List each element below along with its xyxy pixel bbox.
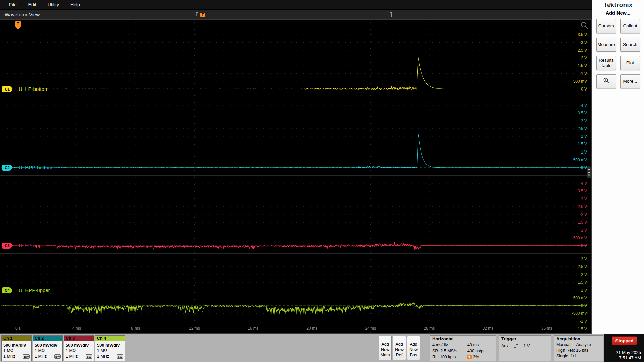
ch2-bandwidth: 1 MHz: [35, 354, 47, 359]
channel1-settings[interactable]: Ch 1 500 mV/div 1 MΩ 1 MHz Bw: [1, 335, 32, 361]
add-new-button-grid: Cursors Callout Measure Search Results T…: [596, 19, 640, 88]
menu-bar: File Edit Utility Help: [0, 0, 592, 9]
scale-label: 500 mV: [573, 296, 587, 300]
trigger-marker-mini: T: [200, 13, 205, 17]
channel2-badge[interactable]: C2: [2, 164, 12, 171]
callout-button[interactable]: Callout: [620, 19, 640, 33]
waveform-trace-ch1: [3, 57, 587, 90]
zoom-tool-button[interactable]: [596, 74, 616, 88]
channel4-label[interactable]: U_BPP-upper: [19, 287, 50, 293]
waveform-canvas[interactable]: 0 s4 ms8 ms12 ms16 ms20 ms24 ms28 ms32 m…: [0, 19, 592, 334]
channel1-label[interactable]: U_LP-bottom: [19, 86, 48, 92]
axis-labels: 0 s4 ms8 ms12 ms16 ms20 ms24 ms28 ms32 m…: [15, 32, 587, 331]
time-axis-label: 20 ms: [306, 326, 317, 331]
acquisition-mode: Manual,: [556, 342, 571, 348]
ch1-bw-badge: Bw: [23, 354, 30, 359]
scale-label: 3.5 V: [578, 189, 587, 193]
view-title: Waveform View: [5, 12, 40, 17]
ch2-vdiv: 500 mV/div: [35, 342, 61, 348]
add-new-math-button[interactable]: Add New Math: [379, 336, 392, 360]
waveforms: [3, 57, 587, 315]
magnifier-icon: [603, 77, 610, 84]
scale-label: 3 V: [581, 197, 587, 201]
time-text: 7:51:47 AM: [616, 355, 641, 361]
add-new-bus-button[interactable]: Add New Bus: [407, 336, 420, 360]
channel3-label[interactable]: U_LP-upper: [19, 243, 46, 248]
trigger-source: Aux: [501, 344, 509, 348]
scale-label: 4 V: [581, 103, 587, 108]
channel2-label[interactable]: U_BPP-bottom: [19, 165, 52, 170]
measure-button[interactable]: Measure: [596, 38, 616, 52]
trigger-level: 1 V: [524, 344, 530, 348]
run-stop-button[interactable]: Stopped: [612, 336, 637, 345]
zoom-corner-icon[interactable]: [580, 21, 590, 31]
more-button[interactable]: More...: [620, 74, 640, 88]
waveform-display[interactable]: 0 s4 ms8 ms12 ms16 ms20 ms24 ms28 ms32 m…: [0, 19, 592, 334]
scale-label: 1.5 V: [578, 280, 587, 285]
date-text: 21 May 2025: [616, 350, 641, 355]
time-axis-label: 12 ms: [189, 326, 200, 331]
trigger-panel[interactable]: Trigger Aux 1 V: [499, 335, 551, 361]
scale-label: 2.5 V: [578, 204, 587, 209]
time-axis-label: 0 s: [15, 326, 21, 331]
add-new-heading: Add New...: [592, 10, 644, 16]
add-new-ref-button[interactable]: Add New Ref: [393, 336, 406, 360]
record-view-line: [196, 13, 391, 16]
scale-label: 3 V: [581, 119, 587, 123]
datetime-display: 21 May 2025 7:51:47 AM: [616, 350, 641, 361]
channel3-header: Ch 3: [64, 336, 94, 341]
scale-label: 3.5 V: [578, 111, 587, 115]
horizontal-sr: SR: 2.5 MS/s: [432, 348, 467, 354]
scale-label: 1 V: [581, 150, 587, 155]
trigger-indicator[interactable]: T: [15, 21, 21, 29]
panel-splitter-handle[interactable]: [587, 166, 591, 178]
ch3-bw-badge: Bw: [86, 354, 92, 359]
results-table-button[interactable]: Results Table: [596, 56, 616, 70]
zoom-window[interactable]: T: [199, 12, 207, 17]
scale-label: 500 mV: [573, 236, 587, 240]
record-left-bracket: [196, 12, 198, 17]
horizontal-panel[interactable]: Horizontal 4 ms/div 40 ms SR: 2.5 MS/s 4…: [430, 335, 496, 361]
record-view-minimap[interactable]: T: [196, 12, 391, 17]
trigger-title: Trigger: [501, 336, 549, 342]
acquisition-panel[interactable]: Acquisition Manual, Analyze High Res: 16…: [554, 335, 603, 361]
menu-edit[interactable]: Edit: [22, 0, 42, 9]
channel1-header: Ch 1: [2, 336, 31, 341]
channel1-badge[interactable]: C1: [2, 86, 12, 93]
channel4-badge[interactable]: C4: [2, 287, 12, 294]
scale-label: 500 mV: [573, 158, 587, 162]
time-axis-label: 36 ms: [541, 326, 552, 331]
ch4-impedance: 1 MΩ: [97, 348, 123, 354]
scale-label: 1 V: [581, 71, 587, 76]
search-button[interactable]: Search: [620, 38, 640, 52]
ch4-bandwidth: 1 MHz: [97, 354, 109, 359]
cursors-button[interactable]: Cursors: [596, 19, 616, 33]
scale-label: -500 mV: [572, 311, 587, 316]
scale-label: 500 mV: [573, 79, 587, 84]
scale-label: -1.5 V: [576, 327, 587, 331]
channel4-header: Ch 4: [95, 336, 125, 341]
menu-utility[interactable]: Utility: [42, 0, 65, 9]
plot-button[interactable]: Plot: [620, 56, 640, 70]
scale-label: 2.5 V: [578, 48, 587, 53]
scale-label: 2 V: [581, 272, 587, 277]
channel2-header: Ch 2: [33, 336, 62, 341]
right-sidebar: Tektronix Add New... Cursors Callout Mea…: [592, 0, 644, 334]
oscilloscope-app: File Edit Utility Help Waveform View T 0…: [0, 0, 644, 362]
menu-help[interactable]: Help: [65, 0, 86, 9]
bottom-settings-bar: Ch 1 500 mV/div 1 MΩ 1 MHz Bw Ch 2 500 m…: [0, 334, 644, 362]
horizontal-rl: RL: 100 kpts: [432, 354, 467, 360]
scale-label: 1 V: [581, 288, 587, 293]
channel3-settings[interactable]: Ch 3 500 mV/div 1 MΩ 1 MHz Bw: [64, 335, 94, 361]
menu-file[interactable]: File: [3, 0, 22, 9]
horizontal-respt: 400 ns/pt: [467, 348, 493, 354]
ch2-bw-badge: Bw: [54, 354, 61, 359]
scale-label: 1 V: [581, 228, 587, 233]
channel2-settings[interactable]: Ch 2 500 mV/div 1 MΩ 1 MHz Bw: [33, 335, 63, 361]
ch1-bandwidth: 1 MHz: [3, 354, 15, 359]
waveform-trace-ch2: [3, 135, 587, 168]
scale-label: 1.5 V: [578, 142, 587, 146]
channel4-settings[interactable]: Ch 4 500 mV/div 1 MΩ 1 MHz Bw: [95, 335, 125, 361]
acquisition-single: Single: 1/1: [556, 353, 600, 359]
channel3-badge[interactable]: C3: [2, 242, 12, 249]
